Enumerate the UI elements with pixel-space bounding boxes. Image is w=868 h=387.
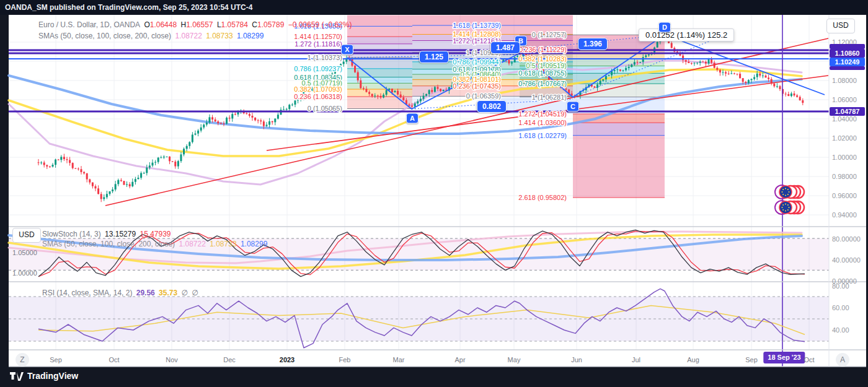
price-scale-label: 1.04000 xyxy=(832,115,857,123)
price-scale-label: 1.00000 xyxy=(832,154,857,161)
tradingview-brand-text: TradingView xyxy=(27,371,78,381)
measure-tooltip-text: 0.01252 (1.14%) 125.2 xyxy=(645,30,727,40)
time-axis-month-sep[interactable]: Sep xyxy=(50,356,62,363)
currency-button-main[interactable]: USD xyxy=(826,19,855,33)
price-scale-badge-1.04787: 1.04787 xyxy=(830,107,865,116)
time-axis-month-dec[interactable]: Dec xyxy=(223,356,236,363)
time-axis-month-apr[interactable]: Apr xyxy=(454,356,465,363)
price-scale-badge-clipped xyxy=(830,66,865,70)
sma-legend[interactable]: SMAs (50, close, 100, close, 200, close)… xyxy=(38,32,265,40)
pattern-ratio-badge-1.125[interactable]: 1.125 xyxy=(419,51,449,63)
time-axis-month-feb[interactable]: Feb xyxy=(339,356,351,363)
time-axis-month-may[interactable]: May xyxy=(508,356,521,363)
open-label: O xyxy=(144,20,149,29)
time-axis-month-2023[interactable]: 2023 xyxy=(280,356,294,363)
low-value: 1.05784 xyxy=(221,20,248,29)
sma100-value: 1.08733 xyxy=(206,32,232,40)
publish-top-bar-text: OANDA_SM published on TradingView.com, S… xyxy=(5,3,252,12)
price-scale-label: 0.98000 xyxy=(832,173,857,180)
pattern-point-badge-a[interactable]: A xyxy=(406,113,418,124)
sma200-value: 1.08299 xyxy=(237,32,264,40)
time-axis-month-oct[interactable]: Oct xyxy=(108,356,119,363)
sma-legend-stoch-title: SMAs (50, close, 100, close, 200, close) xyxy=(42,240,175,248)
time-axis-month-mar[interactable]: Mar xyxy=(393,356,405,363)
measure-tooltip: 0.01252 (1.14%) 125.2 xyxy=(639,28,734,41)
currency-button-stoch[interactable]: USD xyxy=(12,228,41,243)
pattern-ratio-badge-0.802[interactable]: 0.802 xyxy=(477,100,507,113)
sma200-value-stoch: 1.08299 xyxy=(241,240,267,248)
pattern-ratio-badge-1.396[interactable]: 1.396 xyxy=(578,38,608,50)
change-value: −0.00659 (−0.62%) xyxy=(288,20,352,29)
stoch-scale-label: 40.00000 xyxy=(832,256,861,264)
rsi-scale-label: 80.00 xyxy=(832,282,849,290)
price-scale-label: 0.94000 xyxy=(832,211,857,219)
sma50-value: 1.08722 xyxy=(175,32,202,40)
stoch-scale-label: 80.00000 xyxy=(832,235,861,243)
stoch-left-scale-label: 1.00000 xyxy=(12,269,37,277)
timezone-button[interactable]: Z xyxy=(16,353,29,367)
rsi-legend-title: RSI (14, close, SMA, 14, 2) xyxy=(42,289,132,297)
time-axis-month-nov[interactable]: Nov xyxy=(166,356,178,363)
stoch-legend-title: SlowStoch (14, 3) xyxy=(42,230,101,238)
pattern-point-badge-x[interactable]: X xyxy=(341,45,353,55)
time-axis-month-oct[interactable]: Oct xyxy=(804,356,814,363)
low-label: L xyxy=(217,20,221,29)
stoch-k-value: 13.15279 xyxy=(105,230,136,238)
time-axis-month-sep[interactable]: Sep xyxy=(745,356,758,363)
rsi-legend[interactable]: RSI (14, close, SMA, 14, 2) 29.56 35.73 … xyxy=(42,289,200,297)
time-axis-month-jun[interactable]: Jun xyxy=(571,356,582,363)
price-scale-label: 0.96000 xyxy=(832,192,857,199)
stoch-legend[interactable]: SlowStoch (14, 3) 13.15279 15.47939 xyxy=(42,230,173,238)
stoch-d-value: 15.47939 xyxy=(140,230,170,238)
sma100-value-stoch: 1.08733 xyxy=(210,240,236,248)
price-scale-label: 1.06000 xyxy=(832,96,857,103)
stoch-left-scale-label: 1.05000 xyxy=(12,249,37,256)
rsi-sma-value: 35.73 xyxy=(159,289,177,297)
time-axis-month-aug[interactable]: Aug xyxy=(687,356,699,363)
high-label: H xyxy=(180,20,186,29)
time-axis-badge: 18 Sep '23 xyxy=(763,352,805,363)
publish-top-bar: OANDA_SM published on TradingView.com, S… xyxy=(0,0,868,15)
symbol-legend[interactable]: Euro / U.S. Dollar, 1D, OANDA O1.06448 H… xyxy=(38,20,353,29)
price-scale-badge-clipped xyxy=(830,44,865,49)
pattern-point-badge-d[interactable]: D xyxy=(658,22,671,33)
auto-scale-button[interactable]: A xyxy=(836,353,849,367)
high-value: 1.06557 xyxy=(186,20,213,29)
close-value: 1.05789 xyxy=(257,20,284,29)
open-value: 1.06448 xyxy=(150,20,177,29)
rsi-value: 29.56 xyxy=(136,289,155,297)
time-axis-month-jul[interactable]: Jul xyxy=(632,356,640,363)
rsi-scale-label: 60.00 xyxy=(832,304,849,311)
rsi-null-2: ∅ xyxy=(192,289,198,297)
sma-legend-stoch[interactable]: SMAs (50, close, 100, close, 200, close)… xyxy=(42,240,269,248)
sma-legend-title: SMAs (50, close, 100, close, 200, close) xyxy=(38,32,171,40)
tradingview-brand[interactable]: TradingView xyxy=(10,371,78,381)
close-label: C xyxy=(252,20,257,29)
price-scale-badge-1.10860: 1.10860 xyxy=(830,49,865,58)
sma50-value-stoch: 1.08722 xyxy=(179,240,205,248)
pattern-ratio-badge-1.487[interactable]: 1.487 xyxy=(490,41,520,54)
symbol-title: Euro / U.S. Dollar, 1D, OANDA xyxy=(38,20,140,29)
price-scale-label: 1.08000 xyxy=(832,77,857,84)
price-scale-label: 1.02000 xyxy=(832,134,857,142)
rsi-scale-label: 40.00 xyxy=(832,326,849,334)
chart-paper[interactable] xyxy=(9,15,866,367)
tradingview-logo-icon xyxy=(10,371,24,381)
rsi-null-1: ∅ xyxy=(181,289,187,297)
price-scale-badge-1.10249: 1.10249 xyxy=(830,58,865,66)
pattern-point-badge-c[interactable]: C xyxy=(567,102,579,112)
